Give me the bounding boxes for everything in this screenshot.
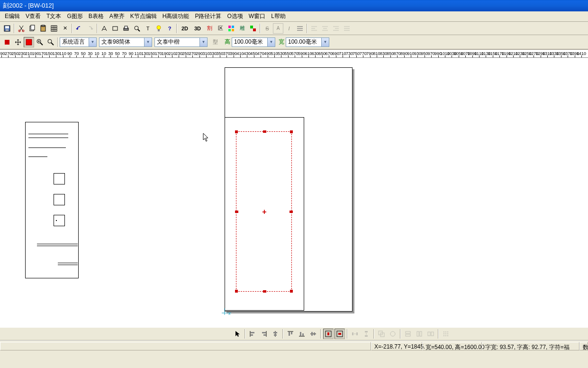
handle-tl[interactable] <box>235 130 238 133</box>
align-right-obj-icon[interactable] <box>259 329 269 339</box>
x-mode-button[interactable]: 区 <box>215 23 226 34</box>
help-icon[interactable]: ? <box>164 23 175 34</box>
text-box-icon[interactable]: A <box>273 23 283 34</box>
align-right-icon[interactable] <box>331 23 341 34</box>
center-page-v-icon[interactable] <box>335 329 345 339</box>
menu-node[interactable]: K节点编辑 <box>127 11 160 21</box>
italic-icon[interactable]: I <box>284 23 294 34</box>
handle-bl[interactable] <box>235 290 238 293</box>
move-icon[interactable] <box>13 37 23 47</box>
lightbulb-icon[interactable] <box>154 23 164 34</box>
svg-rect-67 <box>302 333 304 336</box>
menu-shape[interactable]: G图形 <box>64 11 85 21</box>
svg-point-92 <box>447 331 448 332</box>
undo-icon[interactable] <box>74 23 84 34</box>
align-justify-icon[interactable] <box>342 23 352 34</box>
cut-icon[interactable] <box>16 23 27 34</box>
snap-grid-icon[interactable] <box>441 329 451 339</box>
carve-button[interactable]: 雕 <box>237 23 247 34</box>
handle-ml[interactable] <box>235 211 238 213</box>
menu-table[interactable]: B表格 <box>86 11 107 21</box>
menu-options[interactable]: O选项 <box>224 11 245 21</box>
menu-view[interactable]: V查看 <box>23 11 44 21</box>
menu-path[interactable]: P路径计算 <box>192 11 224 21</box>
menu-edit[interactable]: E编辑 <box>2 11 23 21</box>
ungroup-icon[interactable] <box>388 329 398 339</box>
canvas[interactable]: + x <box>0 58 588 327</box>
font1-select[interactable]: 文泰98简体 ▼ <box>99 37 152 47</box>
align-left-obj-icon[interactable] <box>247 329 258 339</box>
handle-tr[interactable] <box>290 130 293 133</box>
2d-button[interactable]: 2D <box>179 23 191 34</box>
align-hcenter-icon[interactable] <box>270 329 280 339</box>
menu-text[interactable]: T文本 <box>44 11 64 21</box>
center-marker-icon: + <box>262 208 266 216</box>
align-vcenter-icon[interactable] <box>308 329 318 339</box>
handle-tm[interactable] <box>263 130 266 133</box>
align-bottom-obj-icon[interactable] <box>297 329 307 339</box>
svg-rect-58 <box>263 334 266 336</box>
origin-marker: x <box>222 308 234 318</box>
same-width-icon[interactable] <box>403 329 413 339</box>
strikethrough-icon[interactable]: S <box>262 23 272 34</box>
svg-rect-42 <box>5 40 9 45</box>
handle-br[interactable] <box>290 290 293 293</box>
svg-line-49 <box>51 43 54 45</box>
menu-window[interactable]: W窗口 <box>246 11 268 21</box>
center-page-h-icon[interactable] <box>323 329 334 339</box>
svg-rect-43 <box>26 39 32 45</box>
font1-select-value: 文泰98简体 <box>100 38 144 46</box>
svg-rect-23 <box>228 29 231 31</box>
menu-help[interactable]: L帮助 <box>268 11 289 21</box>
paste-icon[interactable] <box>38 23 48 34</box>
group-icon[interactable] <box>376 329 387 339</box>
same-size-icon[interactable] <box>425 329 436 339</box>
print-icon[interactable] <box>121 23 131 34</box>
menu-align[interactable]: A整齐 <box>107 11 127 21</box>
type-button[interactable]: 型 <box>210 37 220 47</box>
preview-icon[interactable] <box>132 23 142 34</box>
align-top-obj-icon[interactable] <box>285 329 296 339</box>
dist-h-icon[interactable] <box>350 329 360 339</box>
redo-icon[interactable] <box>85 23 95 34</box>
format-icon[interactable] <box>295 23 305 34</box>
save-icon[interactable] <box>2 23 12 34</box>
pattern-icon[interactable] <box>226 23 236 34</box>
height-select[interactable]: 100.00毫米 ▼ <box>232 37 275 47</box>
svg-rect-70 <box>314 332 315 335</box>
language-select[interactable]: 系统语言 ▼ <box>60 37 97 47</box>
font2-select[interactable]: 文泰中楷 ▼ <box>154 37 208 47</box>
tool-a-icon[interactable] <box>99 23 109 34</box>
same-height-icon[interactable] <box>414 329 425 339</box>
delete-icon[interactable]: ✕ <box>60 23 70 34</box>
tool-rect-icon[interactable] <box>110 23 120 34</box>
svg-point-19 <box>157 26 161 29</box>
handle-bm[interactable] <box>263 290 266 293</box>
copy-icon[interactable] <box>27 23 37 34</box>
svg-line-45 <box>40 43 43 45</box>
menu-advanced[interactable]: H高级功能 <box>160 11 192 21</box>
arrow-tool-icon[interactable] <box>232 329 243 339</box>
svg-rect-84 <box>406 331 410 333</box>
status-charinfo: 字宽: 93.57, 字高: 92.77, 字符=福 <box>482 342 579 350</box>
3d-button[interactable]: 3D <box>191 23 204 34</box>
svg-rect-22 <box>232 26 234 28</box>
selected-object[interactable]: + <box>236 131 292 292</box>
zoom-fit-icon[interactable] <box>45 37 56 47</box>
fill-red-icon[interactable] <box>2 37 12 47</box>
svg-rect-63 <box>289 332 290 336</box>
handle-mr[interactable] <box>289 211 293 213</box>
width-select[interactable]: 100.00毫米 ▼ <box>286 37 329 47</box>
grid-icon[interactable] <box>49 23 59 34</box>
svg-point-48 <box>48 39 52 43</box>
svg-point-91 <box>445 331 446 332</box>
color-swatch-icon[interactable] <box>248 23 258 34</box>
zoom-in-icon[interactable] <box>35 37 45 47</box>
select-fill-icon[interactable] <box>24 37 34 47</box>
dist-v-icon[interactable] <box>361 329 371 339</box>
align-left-icon[interactable] <box>309 23 319 34</box>
svg-point-95 <box>447 333 448 334</box>
align-center-icon[interactable] <box>320 23 330 34</box>
tool-text-icon[interactable]: T <box>143 23 153 34</box>
cut-mode-button[interactable]: 割 <box>204 23 215 34</box>
